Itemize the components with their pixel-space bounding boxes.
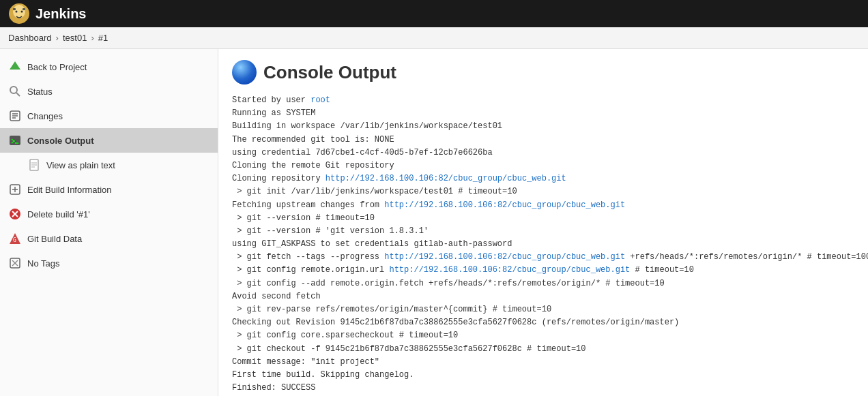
svg-text:G: G bbox=[13, 237, 16, 243]
sidebar-label-no-tags: No Tags bbox=[27, 258, 59, 269]
sidebar-label-back-to-project: Back to Project bbox=[27, 62, 87, 72]
sidebar-item-git-build-data[interactable]: G Git Build Data bbox=[0, 226, 218, 251]
svg-marker-6 bbox=[10, 61, 20, 70]
svg-rect-5 bbox=[23, 8, 25, 10]
breadcrumb-build: #1 bbox=[98, 33, 108, 43]
svg-point-3 bbox=[21, 11, 23, 13]
svg-rect-13 bbox=[10, 136, 20, 145]
page-title: Console Output bbox=[263, 62, 396, 83]
sidebar: Back to Project Status Changes Console O… bbox=[0, 49, 218, 396]
svg-line-8 bbox=[16, 93, 20, 96]
sidebar-item-edit-build-info[interactable]: Edit Build Information bbox=[0, 177, 218, 202]
repo-link-2[interactable]: http://192.168.100.106:82/cbuc_group/cbu… bbox=[384, 200, 625, 210]
page-title-row: Console Output bbox=[232, 60, 854, 85]
repo-link-3[interactable]: http://192.168.100.106:82/cbuc_group/cbu… bbox=[384, 252, 625, 262]
breadcrumb-sep-1: › bbox=[56, 33, 59, 43]
sidebar-label-view-plain-text: View as plain text bbox=[46, 160, 115, 170]
svg-point-1 bbox=[13, 5, 25, 18]
changes-icon bbox=[8, 109, 22, 123]
sidebar-item-console-output[interactable]: Console Output bbox=[0, 128, 218, 153]
root-link[interactable]: root bbox=[310, 95, 330, 105]
sidebar-label-console-output: Console Output bbox=[27, 136, 94, 146]
svg-point-7 bbox=[10, 87, 17, 93]
repo-link-4[interactable]: http://192.168.100.106:82/cbuc_group/cbu… bbox=[389, 265, 630, 275]
arrow-up-icon bbox=[8, 60, 22, 74]
sphere-icon bbox=[232, 60, 257, 85]
sidebar-label-status: Status bbox=[27, 87, 53, 97]
breadcrumb-test01[interactable]: test01 bbox=[63, 33, 87, 43]
main-content: Console Output Started by user root Runn… bbox=[218, 49, 868, 396]
breadcrumb-sep-2: › bbox=[91, 33, 93, 43]
repo-link-1[interactable]: http://192.168.100.106:82/cbuc_group/cbu… bbox=[326, 174, 566, 183]
sidebar-label-changes: Changes bbox=[27, 111, 63, 121]
console-output-text: Started by user root Running as SYSTEM B… bbox=[232, 94, 854, 395]
svg-point-2 bbox=[16, 11, 18, 13]
sidebar-item-view-plain-text[interactable]: View as plain text bbox=[0, 153, 218, 177]
delete-icon bbox=[8, 207, 22, 221]
layout: Back to Project Status Changes Console O… bbox=[0, 49, 868, 396]
sidebar-item-delete-build[interactable]: Delete build '#1' bbox=[0, 202, 218, 226]
sidebar-label-edit-build-info: Edit Build Information bbox=[27, 185, 112, 195]
sidebar-label-delete-build: Delete build '#1' bbox=[27, 209, 90, 219]
sidebar-label-git-build-data: Git Build Data bbox=[27, 234, 82, 244]
app-title: Jenkins bbox=[35, 6, 86, 22]
sidebar-item-status[interactable]: Status bbox=[0, 79, 218, 104]
breadcrumb: Dashboard › test01 › #1 bbox=[0, 27, 868, 49]
magnifier-icon bbox=[8, 85, 22, 98]
sidebar-item-no-tags[interactable]: No Tags bbox=[0, 251, 218, 275]
sidebar-item-changes[interactable]: Changes bbox=[0, 104, 218, 128]
edit-icon bbox=[8, 183, 22, 196]
svg-rect-4 bbox=[13, 8, 16, 10]
sidebar-item-back-to-project[interactable]: Back to Project bbox=[0, 55, 218, 79]
console-icon bbox=[8, 134, 22, 147]
topbar: Jenkins bbox=[0, 0, 868, 27]
breadcrumb-dashboard[interactable]: Dashboard bbox=[8, 33, 52, 43]
jenkins-icon bbox=[8, 3, 30, 25]
jenkins-logo: Jenkins bbox=[8, 3, 86, 25]
doc-icon bbox=[27, 158, 41, 172]
git-icon: G bbox=[8, 232, 22, 245]
tag-icon bbox=[8, 256, 22, 270]
